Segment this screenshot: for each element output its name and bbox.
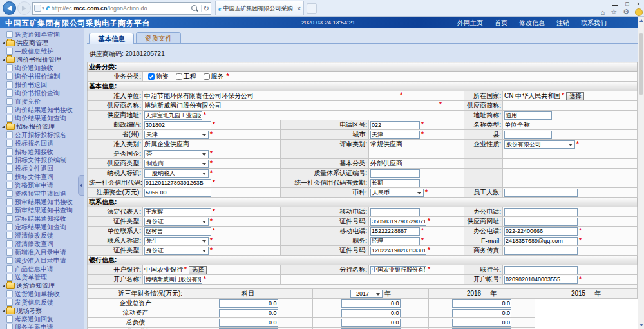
sidebar-item[interactable]: 发货信息反馈 xyxy=(6,298,84,306)
sidebar-item[interactable]: 询价书报价查询 xyxy=(6,89,84,97)
sidebar-item[interactable]: 送货通知单接收 xyxy=(6,290,84,298)
nav-modify-info[interactable]: 修改信息 xyxy=(519,19,545,28)
finance-value-input[interactable] xyxy=(341,309,401,317)
finance-value-input[interactable] xyxy=(219,299,278,308)
sidebar-item[interactable]: 服务关系申请 xyxy=(6,323,84,329)
sidebar-item[interactable]: 资格预审申请回退 xyxy=(6,189,84,198)
sidebar-item[interactable]: 定标结果通知接收 xyxy=(6,214,84,223)
tab-basic-info[interactable]: 基本信息 xyxy=(89,33,134,44)
website-input[interactable] xyxy=(504,218,578,226)
favorites-star-icon[interactable]: ☆ xyxy=(611,8,617,16)
bank-no-input[interactable] xyxy=(504,266,578,274)
chevron-down-icon[interactable]: ▾ xyxy=(42,6,44,11)
reg-capital-input[interactable] xyxy=(144,189,211,197)
country-select-button[interactable]: 选择 xyxy=(566,92,584,100)
sidebar-item[interactable]: 减少准入目录申请 xyxy=(6,256,84,265)
uscc-input[interactable] xyxy=(144,179,211,187)
sidebar-item[interactable]: 定标结果通知查询 xyxy=(6,223,84,231)
checkbox-services[interactable] xyxy=(204,73,210,80)
finance-value-input[interactable] xyxy=(341,319,401,327)
checkbox-goods[interactable] xyxy=(148,73,155,80)
feedback-smiley-icon[interactable] xyxy=(635,8,643,16)
forward-button[interactable] xyxy=(17,1,31,15)
ent-nature-select[interactable]: 股份有限公司 xyxy=(504,140,575,149)
sidebar-item[interactable]: 产品信息申请 xyxy=(6,265,84,273)
province-select[interactable]: 天津 xyxy=(144,131,209,139)
sidebar-folder-item[interactable]: 送货通知管理 xyxy=(2,281,84,290)
sidebar-item[interactable]: 招标通知接收 xyxy=(6,147,84,156)
sidebar-folder-item[interactable]: 招标报价管理 xyxy=(2,122,84,131)
sidebar-folder-item[interactable]: 询价书报价管理 xyxy=(2,55,84,64)
back-button[interactable] xyxy=(3,1,16,15)
finance-value-input[interactable] xyxy=(219,309,278,317)
sidebar-item[interactable]: 投标文件查询 xyxy=(6,173,84,181)
maximize-icon[interactable]: □ xyxy=(625,1,629,7)
sidebar-item[interactable]: 考察通知回复 xyxy=(6,315,84,323)
salutation-select[interactable]: 先生 xyxy=(144,237,209,245)
city-input[interactable] xyxy=(370,131,420,139)
tab-qualification-docs[interactable]: 资质文件 xyxy=(136,32,181,43)
nav-logout[interactable]: 注销 xyxy=(556,19,569,28)
legal-rep-input[interactable] xyxy=(144,208,211,216)
nav-contact-us[interactable]: 联系我们 xyxy=(581,19,607,28)
checkbox-engineering[interactable] xyxy=(176,73,182,80)
supplier-address-input[interactable] xyxy=(144,111,202,120)
sidebar-item[interactable]: 招标文件报价编制 xyxy=(6,156,84,164)
supplier-type-select[interactable]: 制造商 xyxy=(144,160,209,168)
is-soe-select[interactable]: 否 xyxy=(144,150,209,158)
county-input[interactable] xyxy=(504,131,552,139)
taxpayer-select[interactable]: 一般纳税人 xyxy=(144,169,209,178)
sidebar-item[interactable]: 报价书退回 xyxy=(6,80,84,89)
bank-select-button[interactable]: 选择 xyxy=(189,266,207,274)
home-icon[interactable]: ⌂ xyxy=(601,8,605,16)
sidebar-item[interactable]: 公开招标投标报名 xyxy=(6,131,84,139)
scrollbar-thumb[interactable] xyxy=(639,33,643,95)
acct-no-input[interactable] xyxy=(504,276,578,284)
page-scrollbar[interactable] xyxy=(638,17,644,329)
finance-value-input[interactable] xyxy=(452,319,511,327)
browser-tab[interactable]: e 中国五矿集团有限公司采购... × xyxy=(215,1,304,15)
scrollbar-down-icon[interactable] xyxy=(638,321,644,329)
year-select[interactable]: 2017 xyxy=(350,290,383,298)
area-code-input[interactable] xyxy=(370,121,420,129)
finance-value-input[interactable] xyxy=(219,319,278,327)
cert-type1-select[interactable]: 身份证 xyxy=(144,218,209,226)
sidebar-item[interactable]: 澄清修改反馈 xyxy=(6,231,84,240)
scrollbar-up-icon[interactable] xyxy=(638,17,644,24)
cert-no2-input[interactable] xyxy=(370,247,426,255)
close-window-icon[interactable]: × xyxy=(637,1,640,7)
contact-input[interactable] xyxy=(144,227,211,236)
finance-value-input[interactable] xyxy=(452,309,511,317)
compatibility-view-icon[interactable] xyxy=(34,5,41,12)
refresh-icon[interactable]: ↻ xyxy=(204,5,209,12)
postcode-input[interactable] xyxy=(144,121,211,129)
sidebar-item[interactable]: 询价书报价编制 xyxy=(6,72,84,80)
sidebar-item[interactable]: 新增准入目录申请 xyxy=(6,248,84,256)
office2-input[interactable] xyxy=(504,227,578,236)
address-bar[interactable]: ▾ e http://ec.mcc.com.cn/logonAction.do … xyxy=(32,2,211,15)
sidebar-collapse-handle[interactable] xyxy=(78,175,84,196)
search-icon[interactable] xyxy=(191,5,197,11)
nav-extranet-home[interactable]: 外网主页 xyxy=(457,19,483,28)
mobile2-input[interactable] xyxy=(370,227,420,236)
sidebar-item[interactable]: 询价结果通知书接收 xyxy=(6,106,84,114)
mobile1-input[interactable] xyxy=(370,208,420,216)
new-tab-button[interactable] xyxy=(307,3,317,14)
sidebar-item[interactable]: 预审结果通知书查询 xyxy=(6,206,84,214)
address-short-input[interactable] xyxy=(504,111,552,120)
sidebar-item[interactable]: 询价结果通知查询 xyxy=(6,114,84,122)
finance-value-input[interactable] xyxy=(341,299,401,308)
staff-num-input[interactable] xyxy=(504,189,578,197)
job-input[interactable] xyxy=(370,237,420,245)
sidebar-item[interactable]: 送货单管理 xyxy=(6,273,84,281)
branch-input[interactable] xyxy=(370,266,426,274)
sidebar-item[interactable]: 送货通知单查询 xyxy=(6,30,84,39)
office1-input[interactable] xyxy=(504,208,578,216)
sidebar-item[interactable]: 直接竞价 xyxy=(6,97,84,106)
nav-home[interactable]: 首页 xyxy=(495,19,507,28)
cert-no1-input[interactable] xyxy=(370,218,426,226)
url-text[interactable]: http://ec.mcc.com.cn/logonAction.do xyxy=(52,5,189,12)
fax-input[interactable] xyxy=(504,247,578,255)
sidebar-folder-item[interactable]: 现场考察 xyxy=(2,306,84,315)
uscc-valid-input[interactable] xyxy=(370,179,420,187)
